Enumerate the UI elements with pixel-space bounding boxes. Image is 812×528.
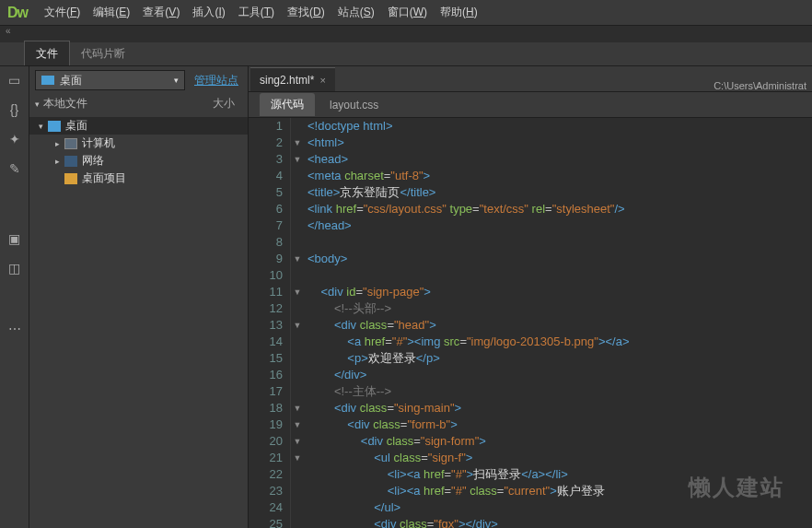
- chevron-down-icon[interactable]: ▾: [35, 100, 40, 109]
- left-panel-tabs: 文件 代码片断: [0, 42, 812, 66]
- file-path: C:\Users\Administrat: [713, 80, 812, 91]
- code-content[interactable]: <!doctype html><html><head><meta charset…: [304, 118, 812, 528]
- code-editor[interactable]: 1234567891011121314151617181920212223242…: [249, 118, 812, 528]
- desktop-icon: [48, 121, 61, 132]
- tool-layers-icon[interactable]: ◫: [6, 260, 23, 276]
- close-icon[interactable]: ×: [319, 75, 325, 86]
- menu-item[interactable]: 工具(T): [238, 5, 274, 20]
- folder-icon: [64, 173, 77, 184]
- tool-wand-icon[interactable]: ✦: [6, 131, 23, 147]
- menu-item[interactable]: 站点(S): [338, 5, 375, 20]
- file-tab-name: sing2.html*: [260, 74, 314, 87]
- tree-item[interactable]: ▸网络: [29, 152, 248, 170]
- editor-subtabs: 源代码 layout.css: [249, 92, 812, 118]
- tree-label: 网络: [82, 153, 104, 169]
- menu-item[interactable]: 文件(F): [44, 5, 80, 20]
- menu-item[interactable]: 帮助(H): [440, 5, 478, 20]
- menu-item[interactable]: 查找(D): [287, 5, 325, 20]
- dropdown-label: 桌面: [60, 73, 82, 88]
- tab-files[interactable]: 文件: [24, 41, 70, 65]
- subtab-css[interactable]: layout.css: [319, 95, 389, 115]
- file-tree: ▾桌面▸计算机▸网络桌面项目: [29, 117, 248, 528]
- app-logo: Dw: [7, 5, 28, 21]
- files-panel: 桌面 ▾ 管理站点 ▾ 本地文件 大小 ▾桌面▸计算机▸网络桌面项目: [29, 66, 249, 528]
- manage-sites-link[interactable]: 管理站点: [191, 73, 242, 88]
- tree-arrow-icon[interactable]: ▸: [52, 139, 63, 148]
- app-titlebar: Dw 文件(F)编辑(E)查看(V)插入(I)工具(T)查找(D)站点(S)窗口…: [0, 0, 812, 26]
- tool-comment-icon[interactable]: ▣: [6, 230, 23, 247]
- menu-item[interactable]: 查看(V): [143, 5, 180, 20]
- editor-area: sing2.html* × C:\Users\Administrat 源代码 l…: [249, 66, 812, 528]
- network-icon: [64, 156, 77, 167]
- subtab-source[interactable]: 源代码: [260, 93, 315, 116]
- menu-item[interactable]: 窗口(W): [388, 5, 427, 20]
- line-gutter: 1234567891011121314151617181920212223242…: [249, 118, 291, 528]
- menu-item[interactable]: 编辑(E): [93, 5, 130, 20]
- computer-icon: [64, 138, 77, 149]
- tree-arrow-icon[interactable]: ▸: [52, 157, 63, 166]
- tab-snippets[interactable]: 代码片断: [70, 41, 136, 65]
- tool-brush-icon[interactable]: ✎: [6, 160, 23, 177]
- tool-bracket-icon[interactable]: {}: [6, 101, 23, 118]
- menu-bar: 文件(F)编辑(E)查看(V)插入(I)工具(T)查找(D)站点(S)窗口(W)…: [44, 5, 478, 20]
- desktop-icon: [41, 76, 54, 85]
- menu-item[interactable]: 插入(I): [192, 5, 225, 20]
- size-header: 大小: [213, 96, 235, 111]
- file-tab-bar: sing2.html* × C:\Users\Administrat: [249, 66, 812, 92]
- tree-item[interactable]: ▸计算机: [29, 135, 248, 152]
- tree-label: 桌面: [65, 118, 87, 134]
- tree-label: 计算机: [82, 135, 115, 151]
- tree-label: 桌面项目: [82, 170, 126, 186]
- tree-arrow-icon[interactable]: ▾: [35, 122, 46, 131]
- collapse-arrows[interactable]: «: [0, 26, 812, 42]
- site-dropdown[interactable]: 桌面 ▾: [35, 70, 185, 90]
- local-files-label: 本地文件: [43, 96, 87, 111]
- tree-item[interactable]: 桌面项目: [29, 170, 248, 187]
- file-tab[interactable]: sing2.html* ×: [250, 67, 335, 91]
- left-toolbar: ▭ {} ✦ ✎ ▣ ◫ ⋯: [0, 66, 29, 528]
- tree-item[interactable]: ▾桌面: [29, 117, 248, 135]
- fold-gutter: ▼▼▼▼▼▼▼▼▼▼: [291, 118, 304, 528]
- chevron-down-icon: ▾: [174, 76, 179, 85]
- tool-more-icon[interactable]: ⋯: [6, 321, 23, 337]
- tool-document-icon[interactable]: ▭: [6, 72, 23, 88]
